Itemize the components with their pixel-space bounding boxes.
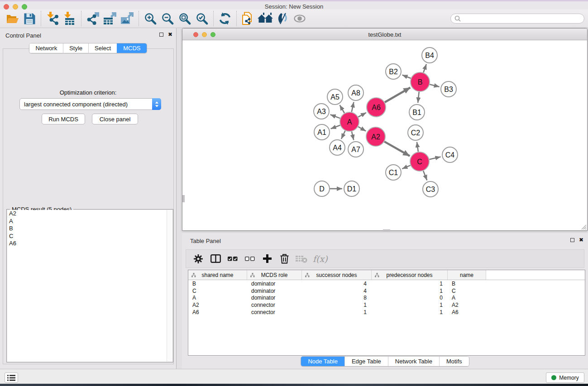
table-cell[interactable]: A6 — [188, 309, 247, 315]
scrollbar-track[interactable] — [167, 210, 172, 362]
select-all-columns-button[interactable] — [225, 251, 240, 267]
graph-edge-A-A6[interactable] — [358, 113, 366, 117]
tab-select[interactable]: Select — [88, 43, 117, 53]
home-button[interactable] — [257, 10, 274, 27]
column-header-successor-nodes[interactable]: successor nodes — [302, 270, 372, 280]
zoom-in-button[interactable] — [142, 10, 159, 27]
float-panel-icon[interactable] — [159, 33, 163, 37]
graph-edge-A-A2[interactable] — [358, 127, 366, 131]
table-row[interactable]: Cdominator41C — [188, 287, 585, 295]
table-cell[interactable]: 1 — [372, 288, 448, 294]
refresh-button[interactable] — [216, 10, 234, 27]
table-cell[interactable]: B — [188, 281, 247, 287]
export-table-button[interactable] — [101, 10, 119, 27]
import-network-button[interactable] — [44, 10, 61, 27]
mcds-result-item[interactable]: A — [7, 218, 172, 225]
tab-node-table[interactable]: Node Table — [301, 357, 344, 366]
tab-network[interactable]: Network — [29, 43, 63, 53]
close-panel-icon[interactable]: ✖ — [168, 32, 172, 37]
search-field[interactable] — [450, 14, 584, 24]
import-table-button[interactable] — [61, 10, 78, 27]
table-cell[interactable]: dominator — [247, 281, 302, 287]
graph-edge-A-A5[interactable] — [340, 105, 344, 113]
table-cell[interactable]: A — [448, 295, 486, 301]
tab-mcds[interactable]: MCDS — [117, 43, 146, 53]
mcds-result-item[interactable]: A6 — [7, 240, 172, 248]
graph-edge-A-A7[interactable] — [352, 131, 354, 140]
graph-edge-B-B4[interactable] — [423, 64, 426, 72]
table-cell[interactable]: 4 — [302, 288, 372, 294]
graph-edge-A2-C[interactable] — [384, 142, 410, 156]
graph-edge-A-A3[interactable] — [330, 114, 340, 118]
add-column-button[interactable] — [259, 251, 275, 267]
mcds-result-item[interactable]: A2 — [7, 210, 172, 218]
table-cell[interactable]: 0 — [372, 295, 448, 301]
annotation-button[interactable] — [274, 10, 291, 27]
graph-edge-C-C1[interactable] — [402, 165, 410, 169]
table-cell[interactable]: 1 — [302, 302, 372, 308]
delete-column-button[interactable] — [277, 251, 292, 267]
memory-button[interactable]: Memory — [546, 372, 584, 383]
tab-edge-table[interactable]: Edge Table — [344, 357, 388, 366]
graph-edge-A-A8[interactable] — [352, 102, 354, 112]
graph-edge-B-B3[interactable] — [430, 84, 439, 86]
zoom-selected-button[interactable] — [193, 10, 210, 27]
network-graph[interactable]: AA1A2A3A4A5A6A7A8BB1B2B3B4CC1C2C3C4DD1 — [182, 40, 587, 230]
table-cell[interactable]: A — [188, 295, 247, 301]
table-cell[interactable]: A2 — [188, 302, 247, 308]
column-header-name[interactable]: name — [448, 270, 486, 280]
table-cell[interactable]: A6 — [448, 309, 486, 315]
tab-style[interactable]: Style — [63, 43, 88, 53]
optimization-criterion-select[interactable]: largest connected component (directed) — [19, 98, 161, 110]
search-input[interactable] — [463, 15, 580, 22]
horizontal-scroll-mark[interactable] — [383, 229, 390, 232]
table-row[interactable]: A6connector11A6 — [188, 309, 585, 316]
graph-edge-B-B1[interactable] — [418, 92, 419, 103]
open-session-button[interactable] — [4, 10, 21, 27]
tab-motifs[interactable]: Motifs — [439, 357, 469, 366]
save-session-button[interactable] — [21, 10, 38, 27]
table-cell[interactable]: connector — [247, 302, 302, 308]
open-session-file-button[interactable] — [239, 10, 257, 27]
deselect-all-columns-button[interactable] — [242, 251, 258, 267]
graph-edge-A6-B[interactable] — [385, 87, 410, 102]
table-cell[interactable]: dominator — [247, 288, 302, 294]
table-cell[interactable]: A2 — [448, 302, 486, 308]
show-hide-button[interactable] — [291, 10, 308, 27]
table-cell[interactable]: C — [188, 288, 247, 294]
table-settings-button[interactable] — [191, 251, 206, 267]
float-panel-icon[interactable] — [570, 238, 574, 242]
graph-edge-A-A4[interactable] — [341, 131, 345, 139]
table-cell[interactable]: B — [448, 281, 486, 287]
run-mcds-button[interactable]: Run MCDS — [42, 114, 85, 124]
table-cell[interactable]: C — [448, 288, 486, 294]
resize-grip-icon[interactable] — [580, 224, 587, 230]
export-network-button[interactable] — [84, 10, 101, 27]
mcds-result-item[interactable]: C — [7, 233, 172, 240]
table-cell[interactable]: dominator — [247, 295, 302, 301]
table-row[interactable]: Adominator80A — [188, 295, 585, 302]
task-history-button[interactable] — [5, 372, 18, 383]
tab-network-table[interactable]: Network Table — [388, 357, 439, 366]
column-header-predecessor-nodes[interactable]: predecessor nodes — [372, 270, 448, 280]
close-panel-icon[interactable]: ✖ — [579, 238, 583, 243]
table-row[interactable]: Bdominator41B — [188, 280, 585, 287]
table-cell[interactable]: connector — [247, 309, 302, 315]
column-header-mcds-role[interactable]: MCDS role — [247, 270, 302, 280]
table-cell[interactable]: 4 — [302, 281, 372, 287]
zoom-out-button[interactable] — [159, 10, 176, 27]
table-cell[interactable]: 1 — [372, 281, 448, 287]
graph-edge-A-A1[interactable] — [331, 125, 340, 129]
zoom-fit-button[interactable] — [176, 10, 193, 27]
graph-edge-C-C2[interactable] — [417, 142, 418, 152]
network-window-titlebar[interactable]: testGlobe.txt — [182, 29, 587, 40]
column-header-shared-name[interactable]: shared name — [188, 270, 247, 280]
graph-edge-C-C4[interactable] — [429, 157, 440, 160]
table-cell[interactable]: 1 — [372, 302, 448, 308]
table-cell[interactable]: 8 — [302, 295, 372, 301]
mcds-result-item[interactable]: B — [7, 225, 172, 233]
split-view-button[interactable] — [208, 251, 223, 267]
table-cell[interactable]: 1 — [372, 309, 448, 315]
table-row[interactable]: A2connector11A2 — [188, 301, 585, 309]
graph-edge-C-C3[interactable] — [423, 171, 427, 180]
